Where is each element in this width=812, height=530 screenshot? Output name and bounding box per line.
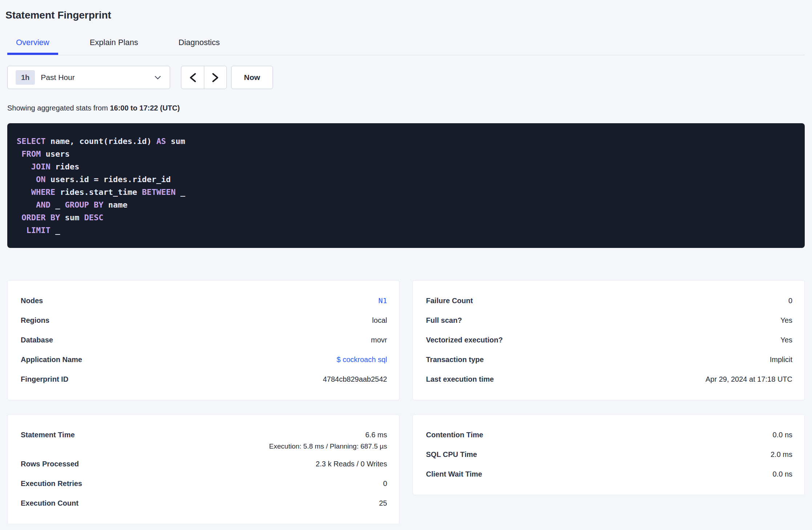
row-value: 2.0 ms [771, 450, 792, 458]
aggregated-stats-line: Showing aggregated stats from 16:00 to 1… [7, 104, 805, 112]
sql-line: JOIN rides [17, 160, 794, 173]
summary-cards: NodesN1RegionslocalDatabasemovrApplicati… [7, 280, 805, 524]
row-label: Vectorized execution? [426, 330, 503, 350]
row-value: local [372, 316, 387, 324]
chevron-down-icon [154, 73, 162, 81]
row-label: Database [21, 330, 53, 350]
card-row: Vectorized execution?Yes [426, 330, 792, 350]
card-row: Regionslocal [21, 310, 387, 330]
row-label: Nodes [21, 291, 43, 310]
next-button[interactable] [204, 66, 226, 89]
row-value: 0.0 ns [773, 431, 792, 439]
resource-times-card: Contention Time0.0 nsSQL CPU Time2.0 msC… [413, 414, 805, 495]
card-row: Last execution timeApr 29, 2024 at 17:18… [426, 369, 792, 389]
row-value: movr [371, 336, 387, 344]
interval-label: Past Hour [41, 73, 75, 82]
tab-explain-plans[interactable]: Explain Plans [81, 31, 147, 55]
sql-line: AND _ GROUP BY name [17, 198, 794, 211]
sql-code: SELECT name, count(rides.id) AS sum FROM… [17, 135, 794, 237]
card-row: Statement Time6.6 msExecution: 5.8 ms / … [21, 425, 387, 454]
time-nav [181, 66, 227, 89]
sql-line: LIMIT _ [17, 224, 794, 237]
row-label: Full scan? [426, 310, 462, 330]
row-value: Yes [780, 336, 792, 344]
time-interval-picker[interactable]: 1h Past Hour [7, 66, 170, 89]
row-subvalue: Execution: 5.8 ms / Planning: 687.5 µs [269, 442, 387, 451]
sql-statement-box: SELECT name, count(rides.id) AS sum FROM… [7, 123, 805, 248]
statement-times-card: Statement Time6.6 msExecution: 5.8 ms / … [7, 414, 399, 524]
row-value: Yes [780, 316, 792, 324]
row-label: Fingerprint ID [21, 369, 68, 389]
row-value-link[interactable]: $ cockroach sql [337, 356, 387, 364]
card-row: Full scan?Yes [426, 310, 792, 330]
row-label: Execution Count [21, 493, 79, 513]
row-value: 4784cb829aab2542 [323, 375, 387, 383]
prev-button[interactable] [181, 66, 204, 89]
row-label: Transaction type [426, 350, 484, 369]
page: Statement Fingerprint OverviewExplain Pl… [0, 8, 812, 524]
card-row: Client Wait Time0.0 ns [426, 464, 792, 484]
row-value: 25 [379, 499, 387, 507]
row-label: Application Name [21, 350, 82, 369]
interval-badge: 1h [16, 70, 35, 85]
sql-line: WHERE rides.start_time BETWEEN _ [17, 186, 794, 198]
row-label: Failure Count [426, 291, 473, 310]
card-row: Databasemovr [21, 330, 387, 350]
row-value: 0.0 ns [773, 470, 792, 478]
card-row: Transaction typeImplicit [426, 350, 792, 369]
card-row: Application Name$ cockroach sql [21, 350, 387, 369]
sql-line: FROM users [17, 148, 794, 160]
row-label: Client Wait Time [426, 464, 482, 484]
row-label: Rows Processed [21, 454, 79, 474]
page-title: Statement Fingerprint [5, 8, 805, 23]
card-row: Execution Retries0 [21, 474, 387, 493]
row-label: Statement Time [21, 425, 75, 445]
row-value: 6.6 ms [365, 431, 387, 439]
row-label: SQL CPU Time [426, 445, 477, 464]
row-label: Execution Retries [21, 474, 82, 493]
card-row: Contention Time0.0 ns [426, 425, 792, 445]
card-row: SQL CPU Time2.0 ms [426, 445, 792, 464]
card-row: NodesN1 [21, 291, 387, 310]
execution-attributes-card: Failure Count0Full scan?YesVectorized ex… [413, 280, 805, 400]
tab-overview[interactable]: Overview [7, 31, 58, 55]
card-row: Execution Count25 [21, 493, 387, 513]
row-value: 0 [383, 479, 387, 487]
now-button[interactable]: Now [231, 66, 273, 89]
row-value: Apr 29, 2024 at 17:18 UTC [706, 375, 792, 383]
card-row: Failure Count0 [426, 291, 792, 310]
statement-details-card: NodesN1RegionslocalDatabasemovrApplicati… [7, 280, 399, 400]
card-row: Rows Processed2.3 k Reads / 0 Writes [21, 454, 387, 474]
row-label: Last execution time [426, 369, 494, 389]
tab-diagnostics[interactable]: Diagnostics [170, 31, 229, 55]
row-value: Implicit [770, 356, 792, 364]
time-toolbar: 1h Past Hour Now [7, 66, 805, 89]
row-value-link[interactable]: N1 [378, 296, 387, 305]
row-value: 0 [788, 297, 792, 305]
sql-line: ORDER BY sum DESC [17, 211, 794, 224]
sql-line: SELECT name, count(rides.id) AS sum [17, 135, 794, 148]
row-label: Regions [21, 310, 49, 330]
tabs: OverviewExplain PlansDiagnostics [7, 31, 805, 55]
row-value: 2.3 k Reads / 0 Writes [316, 460, 387, 468]
row-label: Contention Time [426, 425, 483, 445]
sql-line: ON users.id = rides.rider_id [17, 173, 794, 186]
card-row: Fingerprint ID4784cb829aab2542 [21, 369, 387, 389]
